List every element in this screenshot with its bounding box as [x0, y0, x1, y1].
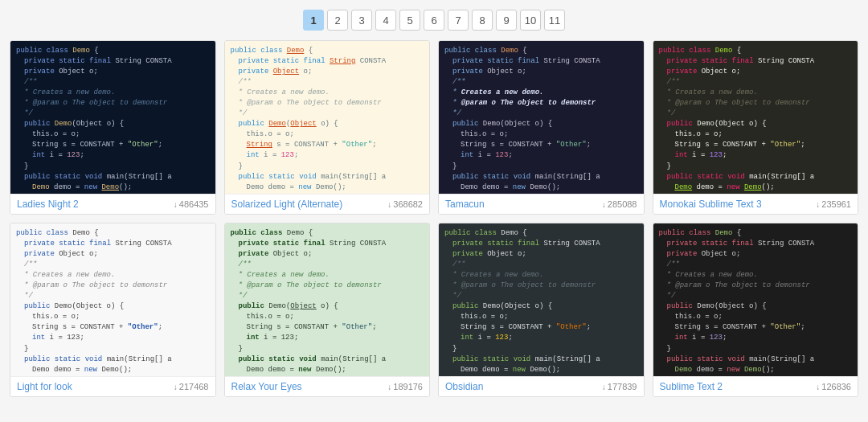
page-4-button[interactable]: 4 — [375, 10, 396, 31]
page-8-button[interactable]: 8 — [472, 10, 493, 31]
page-2-button[interactable]: 2 — [327, 10, 348, 31]
theme-preview-light-look: public class Demo { private static final… — [10, 223, 215, 376]
theme-title-sublime2[interactable]: Sublime Text 2 — [660, 381, 723, 392]
theme-card-relax: public class Demo { private static final… — [224, 223, 431, 397]
theme-title-solarized[interactable]: Solarized Light (Alternate) — [231, 199, 343, 210]
theme-preview-obsidian: public class Demo { private static final… — [439, 223, 644, 376]
theme-preview-relax: public class Demo { private static final… — [225, 223, 430, 376]
theme-card-solarized: public class Demo { private static final… — [224, 40, 431, 215]
download-icon: ↓ — [816, 200, 820, 209]
theme-card-footer-monokai: Monokai Sublime Text 3 ↓ 235961 — [653, 194, 858, 214]
theme-card-footer-relax: Relax Your Eyes ↓ 189176 — [225, 376, 430, 396]
page-9-button[interactable]: 9 — [496, 10, 517, 31]
download-count-light-look: ↓ 217468 — [174, 382, 209, 391]
theme-preview-monokai: public class Demo { private static final… — [653, 41, 858, 194]
theme-card-light-look: public class Demo { private static final… — [10, 223, 216, 397]
theme-card-footer-obsidian: Obsidian ↓ 177839 — [439, 376, 644, 396]
download-count-obsidian: ↓ 177839 — [602, 382, 637, 391]
theme-card-footer-sublime2: Sublime Text 2 ↓ 126836 — [653, 376, 858, 396]
download-count-sublime2: ↓ 126836 — [816, 382, 851, 391]
page-7-button[interactable]: 7 — [448, 10, 469, 31]
page-11-button[interactable]: 11 — [544, 10, 565, 31]
theme-preview-tamacun: public class Demo { private static final… — [439, 41, 644, 194]
theme-card-monokai: public class Demo { private static final… — [653, 40, 859, 215]
theme-title-light-look[interactable]: Light for look — [17, 381, 72, 392]
page-3-button[interactable]: 3 — [351, 10, 372, 31]
download-icon: ↓ — [602, 383, 606, 391]
theme-preview-solarized: public class Demo { private static final… — [225, 41, 430, 194]
theme-card-obsidian: public class Demo { private static final… — [438, 223, 645, 397]
download-count-relax: ↓ 189176 — [387, 382, 423, 391]
theme-preview-ladies-night-2: public class Demo { private static final… — [10, 41, 215, 194]
theme-card-footer-ladies-night-2: Ladies Night 2 ↓ 486435 — [10, 194, 215, 214]
theme-card-footer-light-look: Light for look ↓ 217468 — [10, 376, 215, 396]
download-icon: ↓ — [387, 383, 391, 391]
download-count-solarized: ↓ 368682 — [387, 199, 423, 209]
page-1-button[interactable]: 1 — [303, 10, 324, 31]
theme-card-footer-tamacun: Tamacun ↓ 285088 — [439, 194, 644, 214]
page-6-button[interactable]: 6 — [424, 10, 444, 31]
download-icon: ↓ — [602, 200, 606, 209]
download-icon: ↓ — [387, 200, 391, 209]
theme-title-relax[interactable]: Relax Your Eyes — [231, 381, 302, 392]
theme-title-ladies-night-2[interactable]: Ladies Night 2 — [17, 199, 79, 210]
theme-title-monokai[interactable]: Monokai Sublime Text 3 — [660, 199, 762, 210]
download-count-monokai: ↓ 235961 — [816, 199, 851, 209]
pagination: 1 2 3 4 5 6 7 8 9 10 11 — [10, 10, 858, 31]
theme-card-sublime2: public class Demo { private static final… — [653, 223, 859, 397]
page-5-button[interactable]: 5 — [399, 10, 420, 31]
theme-preview-sublime2: public class Demo { private static final… — [653, 223, 858, 376]
download-count-tamacun: ↓ 285088 — [602, 199, 637, 209]
page-10-button[interactable]: 10 — [520, 10, 541, 31]
theme-card-footer-solarized: Solarized Light (Alternate) ↓ 368682 — [225, 194, 430, 214]
themes-grid: public class Demo { private static final… — [10, 40, 858, 397]
theme-title-tamacun[interactable]: Tamacun — [445, 199, 485, 210]
download-icon: ↓ — [816, 383, 820, 391]
theme-card-tamacun: public class Demo { private static final… — [438, 40, 645, 215]
theme-title-obsidian[interactable]: Obsidian — [445, 381, 483, 392]
download-icon: ↓ — [174, 200, 178, 209]
theme-card-ladies-night-2: public class Demo { private static final… — [10, 40, 216, 215]
download-count-ladies-night-2: ↓ 486435 — [174, 199, 209, 209]
download-icon: ↓ — [174, 383, 178, 391]
